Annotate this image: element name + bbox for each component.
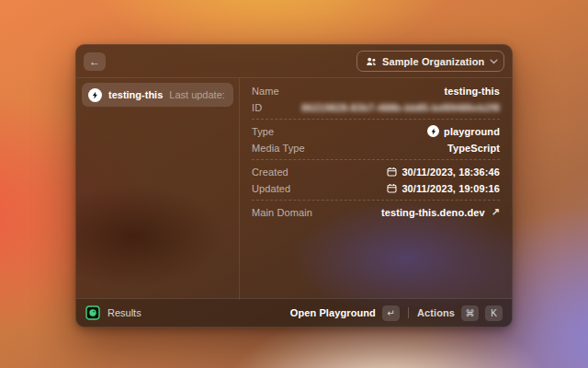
chevron-down-icon — [490, 59, 498, 64]
detail-row-type: Type playground — [252, 123, 500, 139]
calendar-icon — [387, 167, 397, 177]
row-label: ID — [252, 102, 262, 113]
detail-row-id: ID 86219828-83b7-488b-bb85-bd89486eb2f8 — [252, 99, 500, 115]
window-header: ← Sample Organization — [76, 45, 512, 78]
action-bar-right: Open Playground ↵ Actions ⌘ K — [290, 305, 503, 321]
playground-bolt-icon — [88, 88, 102, 102]
deno-logo-icon — [85, 305, 100, 320]
created-value: 30/11/2023, 18:36:46 — [401, 167, 500, 178]
back-arrow-icon: ← — [89, 56, 100, 67]
cmd-key-badge: ⌘ — [461, 305, 479, 321]
row-label: Updated — [252, 183, 290, 194]
row-value: testing-this — [445, 86, 500, 97]
row-value: 30/11/2023, 18:36:46 — [387, 167, 500, 178]
enter-key-badge: ↵ — [382, 305, 400, 321]
external-link-icon: ↗ — [492, 206, 500, 218]
detail-row-name: Name testing-this — [252, 83, 500, 98]
action-bar: Results Open Playground ↵ Actions ⌘ K — [76, 298, 512, 327]
detail-panel: Name testing-this ID 86219828-83b7-488b-… — [240, 78, 512, 300]
organization-name: Sample Organization — [382, 56, 484, 67]
row-label: Media Type — [252, 143, 305, 154]
row-label: Created — [252, 167, 288, 178]
main-content: testing-this Last update: 2 mo… Name tes… — [76, 78, 512, 300]
row-value: playground — [427, 125, 500, 137]
k-key-badge: K — [485, 305, 503, 321]
row-label: Name — [252, 86, 279, 97]
command-palette-window: ← Sample Organization — [75, 44, 513, 328]
actions-menu-button[interactable]: Actions — [417, 307, 455, 318]
playground-bolt-icon — [427, 125, 439, 137]
list-item-title: testing-this — [108, 89, 163, 100]
dashed-divider — [252, 159, 500, 160]
back-button[interactable]: ← — [84, 52, 106, 71]
row-value: 30/11/2023, 19:09:16 — [387, 183, 500, 194]
dashed-divider — [252, 119, 500, 120]
domain-value: testing-this.deno.dev — [381, 207, 485, 218]
detail-row-created: Created 30/11/2023, 18:36:46 — [252, 164, 500, 179]
list-item-testing-this[interactable]: testing-this Last update: 2 mo… — [82, 83, 233, 107]
main-domain-link[interactable]: testing-this.deno.dev ↗ — [381, 206, 500, 218]
row-value-redacted: 86219828-83b7-488b-bb85-bd89486eb2f8 — [301, 102, 500, 113]
row-label: Type — [252, 126, 274, 137]
detail-row-media-type: Media Type TypeScript — [252, 140, 500, 155]
row-value: TypeScript — [447, 143, 500, 154]
organization-people-icon — [366, 56, 377, 67]
results-label: Results — [107, 307, 141, 318]
calendar-icon — [387, 183, 397, 193]
open-playground-button[interactable]: Open Playground — [290, 307, 376, 318]
action-bar-left: Results — [85, 305, 141, 320]
type-value: playground — [444, 126, 500, 137]
row-label: Main Domain — [252, 207, 312, 218]
results-list: testing-this Last update: 2 mo… — [76, 78, 240, 300]
action-bar-divider — [408, 307, 409, 318]
list-item-subtitle: Last update: 2 mo… — [169, 89, 227, 100]
detail-row-updated: Updated 30/11/2023, 19:09:16 — [252, 180, 500, 196]
dashed-divider — [252, 200, 500, 201]
detail-row-main-domain: Main Domain testing-this.deno.dev ↗ — [252, 204, 500, 220]
updated-value: 30/11/2023, 19:09:16 — [401, 183, 500, 194]
desktop-background: { "header": { "back_glyph": "←", "org_se… — [0, 0, 588, 368]
organization-dropdown[interactable]: Sample Organization — [356, 51, 504, 72]
